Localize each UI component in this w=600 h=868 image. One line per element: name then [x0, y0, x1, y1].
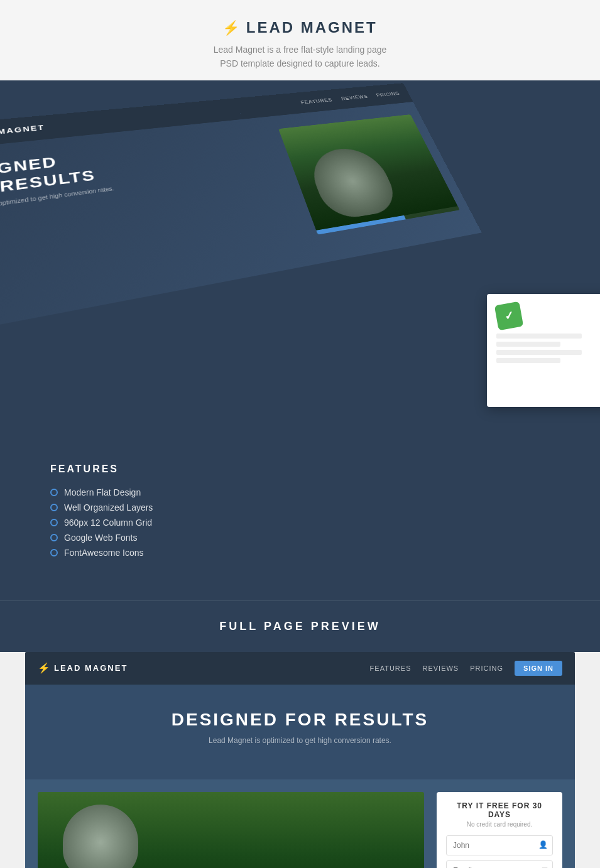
mockup-hero: DESIGNED FOR RESULTS Lead Magnet is opti… [0, 102, 482, 337]
mockup-nav-links: FEATURES REVIEWS PRICING [300, 90, 400, 105]
feature-bullet-5 [50, 549, 58, 556]
hero-heading: DESIGNED FOR RESULTS [0, 129, 290, 203]
main-title: LEAD MAGNET [246, 19, 378, 36]
panel-line-2 [496, 342, 560, 347]
name-icon: 👤 [538, 840, 548, 849]
feature-item-2: Well Organized Layers [50, 502, 550, 513]
feature-text-1: Modern Flat Design [64, 487, 141, 497]
subtitle: Lead Magnet is a free flat-style landing… [13, 43, 587, 71]
panel-logo: ✓ [494, 301, 523, 330]
hero-text-area: DESIGNED FOR RESULTS Lead Magnet is opti… [0, 129, 322, 313]
preview-section: ⚡ LEAD MAGNET FEATURES REVIEWS PRICING S… [0, 652, 600, 868]
panel-line-1 [496, 334, 582, 339]
form-subtitle: No credit card required. [446, 821, 553, 828]
preview-inner: ⚡ LEAD MAGNET FEATURES REVIEWS PRICING S… [25, 652, 575, 868]
preview-video-area: ristiancollege.com [38, 792, 424, 868]
preview-hero-title: DESIGNED FOR RESULTS [38, 710, 562, 730]
preview-video-image [38, 792, 424, 868]
preview-signin-button[interactable]: SIGN IN [515, 661, 562, 676]
mockup-brand-name: LEAD MAGNET [0, 123, 45, 139]
lightning-icon: ⚡ [222, 20, 239, 36]
iso-inner: ⚡ LEAD MAGNET FEATURES REVIEWS PRICING [0, 80, 600, 438]
feature-item-4: Google Web Fonts [50, 533, 550, 543]
full-preview-title: FULL PAGE PREVIEW [19, 620, 581, 633]
top-section: ⚡ LEAD MAGNET Lead Magnet is a free flat… [0, 0, 600, 80]
features-title: FEATURES [50, 464, 550, 475]
feature-bullet-1 [50, 489, 58, 496]
email-input[interactable] [446, 860, 553, 868]
preview-nav-right: FEATURES REVIEWS PRICING SIGN IN [370, 661, 562, 676]
mockup-nav-reviews[interactable]: REVIEWS [341, 94, 369, 100]
mockup-nav-pricing[interactable]: PRICING [375, 90, 400, 97]
feature-bullet-2 [50, 504, 58, 511]
isometric-area: ⚡ LEAD MAGNET FEATURES REVIEWS PRICING [0, 80, 600, 438]
email-icon: ✉ [542, 865, 548, 868]
preview-nav: ⚡ LEAD MAGNET FEATURES REVIEWS PRICING S… [25, 652, 575, 685]
preview-bolt-icon: ⚡ [38, 662, 50, 674]
feature-item-3: 960px 12 Column Grid [50, 518, 550, 528]
feature-text-4: Google Web Fonts [64, 533, 137, 543]
mockup-screen: ⚡ LEAD MAGNET FEATURES REVIEWS PRICING [0, 83, 539, 438]
preview-nav-pricing[interactable]: PRICING [470, 665, 503, 672]
page-wrapper: ⚡ LEAD MAGNET Lead Magnet is a free flat… [0, 0, 600, 868]
mockup-container: ⚡ LEAD MAGNET FEATURES REVIEWS PRICING [0, 83, 539, 438]
mockup-white-panel: ✓ [487, 294, 600, 407]
feature-item-5: FontAwesome Icons [50, 548, 550, 558]
title-area: ⚡ LEAD MAGNET Lead Magnet is a free flat… [13, 19, 587, 80]
preview-form-area: TRY IT FREE FOR 30 DAYS No credit card r… [437, 792, 562, 868]
preview-nav-brand: ⚡ LEAD MAGNET [38, 662, 128, 674]
feature-bullet-4 [50, 534, 58, 541]
preview-brand-name: LEAD MAGNET [54, 663, 128, 673]
feature-item-1: Modern Flat Design [50, 487, 550, 497]
preview-hero-subtitle: Lead Magnet is optimized to get high con… [38, 736, 562, 745]
feature-text-5: FontAwesome Icons [64, 548, 144, 558]
feature-text-3: 960px 12 Column Grid [64, 518, 152, 528]
name-input[interactable] [446, 835, 553, 855]
preview-content: ristiancollege.com TRY IT FREE FOR 30 DA… [25, 779, 575, 868]
form-title: TRY IT FREE FOR 30 DAYS [446, 801, 553, 819]
feature-text-2: Well Organized Layers [64, 502, 153, 513]
preview-nav-features[interactable]: FEATURES [370, 665, 412, 672]
features-section: FEATURES Modern Flat Design Well Organiz… [0, 438, 600, 600]
preview-hero: DESIGNED FOR RESULTS Lead Magnet is opti… [25, 685, 575, 779]
divider-section: FULL PAGE PREVIEW [0, 600, 600, 652]
feature-bullet-3 [50, 519, 58, 526]
mockup-nav-brand: ⚡ LEAD MAGNET [0, 122, 45, 141]
mockup-nav-features[interactable]: FEATURES [300, 97, 333, 105]
panel-line-4 [496, 358, 560, 363]
preview-nav-reviews[interactable]: REVIEWS [422, 665, 459, 672]
panel-line-3 [496, 350, 582, 355]
